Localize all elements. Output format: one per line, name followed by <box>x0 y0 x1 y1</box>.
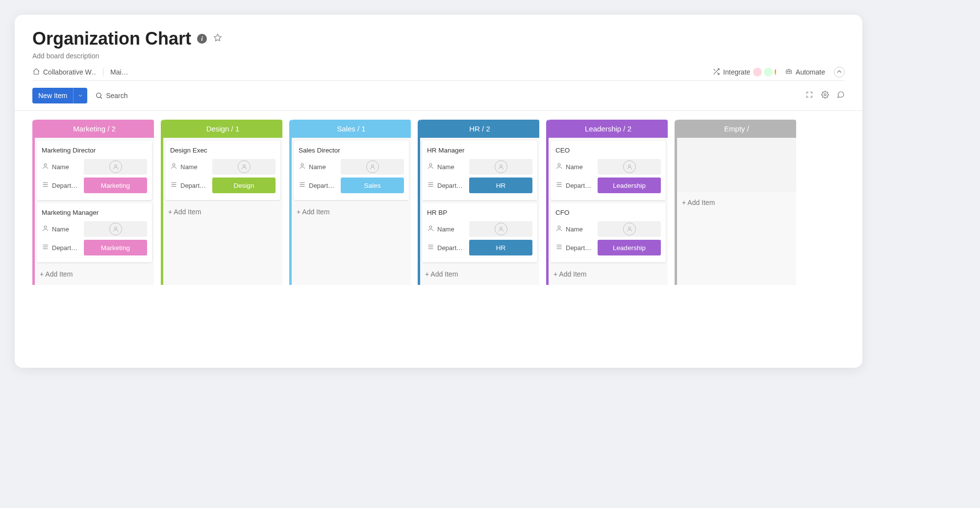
person-icon <box>427 225 434 233</box>
column-header[interactable]: Empty / <box>677 120 796 138</box>
name-value[interactable] <box>469 159 532 175</box>
card-name-row: Name <box>42 159 147 175</box>
automate-label: Automate <box>796 68 825 76</box>
card-name-row: Name <box>427 159 532 175</box>
add-item-button[interactable]: + Add Item <box>292 201 411 223</box>
integrate-button[interactable]: Integrate <box>712 68 776 77</box>
info-icon[interactable]: i <box>197 34 207 44</box>
add-item-button[interactable]: + Add Item <box>420 263 539 285</box>
svg-point-18 <box>628 165 630 167</box>
search-input[interactable]: Search <box>95 92 127 100</box>
svg-point-7 <box>44 226 47 229</box>
add-item-button[interactable]: + Add Item <box>163 201 282 223</box>
column-body: Design ExecNameDepart…Design <box>163 138 282 201</box>
integration-badges <box>753 68 776 76</box>
kanban-card[interactable]: Marketing DirectorNameDepart…Marketing <box>37 141 152 200</box>
kanban-card[interactable]: CFONameDepart…Leadership <box>551 203 666 262</box>
fullscreen-icon[interactable] <box>805 91 813 101</box>
kanban-card[interactable]: Marketing ManagerNameDepart…Marketing <box>37 203 152 262</box>
automate-button[interactable]: Automate <box>785 68 825 77</box>
new-item-dropdown[interactable] <box>73 88 87 103</box>
name-label: Name <box>42 162 80 171</box>
gmail-icon <box>775 68 776 76</box>
name-label: Name <box>427 225 465 233</box>
kanban-card[interactable]: HR ManagerNameDepart…HR <box>422 141 537 200</box>
name-value[interactable] <box>212 159 276 175</box>
board-description[interactable]: Add board description <box>32 52 845 60</box>
kanban-column: Marketing / 2Marketing DirectorNameDepar… <box>32 120 154 285</box>
column-body: Marketing DirectorNameDepart…MarketingMa… <box>35 138 154 263</box>
kanban-column: Empty /+ Add Item <box>675 120 796 285</box>
kanban-card[interactable]: HR BPNameDepart…HR <box>422 203 537 262</box>
board-header: Organization Chart i Add board descripti… <box>15 28 862 81</box>
person-icon <box>42 225 49 233</box>
department-badge[interactable]: HR <box>469 178 532 193</box>
search-label: Search <box>106 92 127 100</box>
name-value[interactable] <box>598 159 661 175</box>
name-value[interactable] <box>598 221 661 237</box>
department-badge[interactable]: HR <box>469 240 532 255</box>
breadcrumb-view[interactable]: Mai… <box>110 68 128 76</box>
column-header[interactable]: HR / 2 <box>420 120 539 138</box>
department-badge[interactable]: Leadership <box>598 178 661 193</box>
chat-icon[interactable] <box>837 91 845 101</box>
person-icon <box>42 162 49 171</box>
department-badge[interactable]: Marketing <box>84 178 147 193</box>
department-badge[interactable]: Design <box>212 178 276 193</box>
department-badge[interactable]: Sales <box>341 178 404 193</box>
column-header[interactable]: Leadership / 2 <box>549 120 668 138</box>
add-item-button[interactable]: + Add Item <box>677 192 796 213</box>
collapse-header-button[interactable] <box>834 67 845 77</box>
list-icon <box>42 181 49 190</box>
kanban-column: Design / 1Design ExecNameDepart…Design+ … <box>161 120 282 285</box>
column-header[interactable]: Marketing / 2 <box>35 120 154 138</box>
svg-point-3 <box>97 93 101 98</box>
department-label: Depart… <box>427 181 465 190</box>
card-department-row: Depart…HR <box>427 178 532 193</box>
home-icon <box>32 68 40 77</box>
gear-icon[interactable] <box>821 91 829 101</box>
add-item-button[interactable]: + Add Item <box>35 263 154 285</box>
name-label: Name <box>555 162 594 171</box>
svg-point-16 <box>500 227 502 229</box>
kanban-card[interactable]: Sales DirectorNameDepart…Sales <box>294 141 409 200</box>
card-title: HR BP <box>427 209 532 216</box>
svg-point-1 <box>787 71 788 72</box>
department-badge[interactable]: Leadership <box>598 240 661 255</box>
list-icon <box>555 243 563 252</box>
avatar-placeholder-icon <box>495 160 507 173</box>
column-body: CEONameDepart…LeadershipCFONameDepart…Le… <box>549 138 668 263</box>
department-label: Depart… <box>42 181 80 190</box>
name-value[interactable] <box>84 159 147 175</box>
department-badge[interactable]: Marketing <box>84 240 147 255</box>
column-body: Sales DirectorNameDepart…Sales <box>292 138 411 201</box>
breadcrumb-workspace[interactable]: Collaborative W… <box>32 68 96 77</box>
column-header[interactable]: Design / 1 <box>163 120 282 138</box>
svg-point-13 <box>429 164 432 166</box>
new-item-button[interactable]: New Item <box>32 88 87 103</box>
name-value[interactable] <box>84 221 147 237</box>
svg-point-19 <box>558 226 560 229</box>
avatar-placeholder-icon <box>238 160 251 173</box>
kanban-board: Marketing / 2Marketing DirectorNameDepar… <box>15 111 862 285</box>
card-title: Marketing Manager <box>42 209 147 216</box>
card-title: CFO <box>555 209 661 216</box>
column-body <box>677 138 796 192</box>
list-icon <box>42 243 49 252</box>
kanban-card[interactable]: Design ExecNameDepart…Design <box>165 141 280 200</box>
kanban-card[interactable]: CEONameDepart…Leadership <box>551 141 666 200</box>
toolbar: New Item Search <box>15 81 862 111</box>
person-icon <box>170 162 177 171</box>
avatar-placeholder-icon <box>623 160 636 173</box>
star-icon[interactable] <box>213 33 223 45</box>
card-title: Marketing Director <box>42 147 147 154</box>
column-header[interactable]: Sales / 1 <box>292 120 411 138</box>
name-value[interactable] <box>469 221 532 237</box>
card-name-row: Name <box>555 159 661 175</box>
card-title: Design Exec <box>170 147 276 154</box>
card-name-row: Name <box>42 221 147 237</box>
chevron-up-icon <box>835 68 843 77</box>
name-value[interactable] <box>341 159 404 175</box>
add-item-button[interactable]: + Add Item <box>549 263 668 285</box>
nav-separator <box>103 68 103 76</box>
